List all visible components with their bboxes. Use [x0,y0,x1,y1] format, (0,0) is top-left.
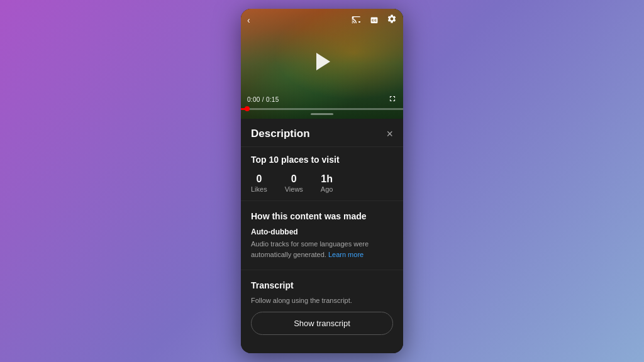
panel-title: Description [251,128,310,140]
divider-2 [241,270,403,270]
play-button[interactable] [309,49,335,74]
likes-value: 0 [256,173,262,185]
stats-row: 0 Likes 0 Views 1h Ago [241,170,403,200]
captions-icon[interactable] [369,15,379,25]
drag-handle[interactable] [311,113,333,115]
description-panel: Description × Top 10 places to visit 0 L… [241,119,403,353]
back-icon[interactable]: ‹ [247,15,250,25]
show-transcript-button[interactable]: Show transcript [251,312,393,335]
video-time-display: 0:00 / 0:15 [247,96,279,103]
cast-icon[interactable] [352,14,362,25]
ago-value: 1h [321,173,333,185]
transcript-section: Transcript Follow along using the transc… [241,262,403,340]
panel-header: Description × [241,119,403,147]
likes-label: Likes [251,185,267,193]
phone-frame: ‹ [241,9,403,353]
views-label: Views [285,185,303,193]
stat-views: 0 Views [285,173,303,193]
video-top-controls: ‹ [241,14,403,26]
stat-likes: 0 Likes [251,173,267,193]
divider-1 [241,200,403,201]
auto-dubbed-desc: Audio tracks for some languages were aut… [241,239,403,262]
learn-more-link[interactable]: Learn more [328,251,364,258]
progress-fill [241,108,247,110]
play-icon [316,53,330,70]
transcript-title: Transcript [241,278,403,295]
settings-icon[interactable] [387,14,397,26]
close-button[interactable]: × [386,128,393,140]
video-title: Top 10 places to visit [241,147,403,170]
views-value: 0 [291,173,297,185]
transcript-follow-text: Follow along using the transcript. [241,295,403,312]
progress-bar[interactable] [241,108,403,110]
stat-ago: 1h Ago [321,173,333,193]
ago-label: Ago [321,185,333,193]
auto-dubbed-label: Auto-dubbed [241,226,403,239]
how-section-title: How this content was made [241,209,403,226]
video-bottom-controls: 0:00 / 0:15 [241,94,403,105]
fullscreen-icon[interactable] [388,94,397,105]
video-player[interactable]: ‹ [241,9,403,119]
